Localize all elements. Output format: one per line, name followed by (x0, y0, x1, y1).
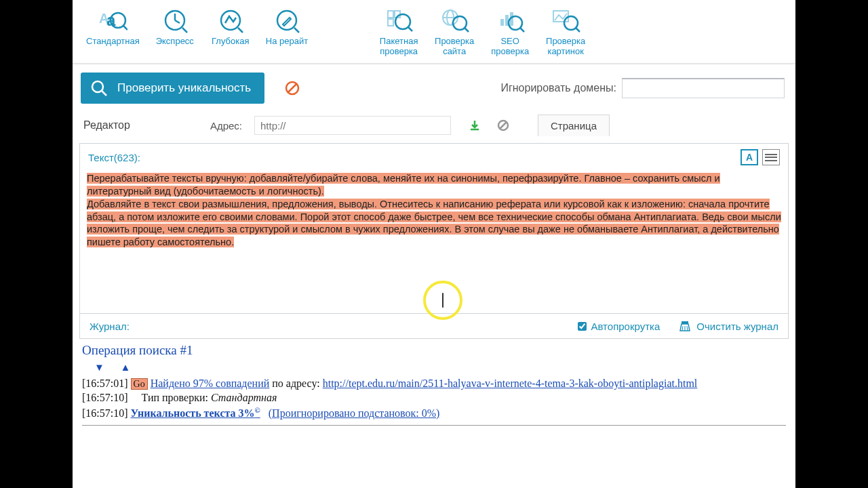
text-count-label: Текст(623): (88, 152, 140, 163)
editor-bar: Редактор Адрес: Страница (73, 110, 795, 143)
svg-line-26 (520, 28, 524, 32)
clock-mag-icon (160, 5, 190, 35)
check-uniqueness-button[interactable]: Проверить уникальность (81, 73, 264, 104)
highlighted-text: Добавляйте в текст свои размышления, пре… (87, 199, 781, 248)
text-panel-header: Текст(623): A (80, 144, 788, 171)
clear-journal-label: Очистить журнал (696, 321, 778, 332)
clear-journal-button[interactable]: Очистить журнал (679, 320, 778, 332)
tool-rewrite[interactable]: На рерайт (266, 5, 308, 63)
text-panel: Текст(623): A Перерабатывайте тексты вру… (79, 143, 789, 314)
log-panel: Операция поиска #1 ▼ ▲ [16:57:01] Go Най… (82, 343, 786, 426)
log-line: [16:57:10] Уникальность текста 3%© (Прои… (82, 406, 786, 420)
lines-tool-icon[interactable] (762, 149, 780, 165)
svg-rect-14 (388, 19, 393, 26)
highlighted-text: Перерабатывайте тексты вручную: добавляй… (87, 173, 720, 197)
svg-line-3 (123, 26, 127, 30)
seo-mag-icon (495, 5, 525, 35)
svg-line-6 (175, 20, 180, 23)
tool-express[interactable]: Экспресс (155, 5, 195, 63)
svg-line-29 (576, 28, 580, 32)
svg-line-16 (408, 27, 412, 31)
tool-label: Стандартная (86, 37, 140, 47)
pen-mag-icon (272, 5, 302, 35)
svg-rect-22 (500, 19, 504, 26)
app-window: Aa Стандартная Экспресс Глубокая На рера… (73, 0, 795, 488)
autoscroll-checkbox[interactable]: Автопрокрутка (578, 321, 660, 332)
uniqueness-link[interactable]: Уникальность текста 3%© (131, 407, 260, 419)
tool-label: Проверка сайта (435, 37, 474, 57)
tool-images[interactable]: Проверка картинок (545, 5, 586, 63)
log-line: [16:57:10] Тип проверки: Стандартная (82, 392, 786, 404)
log-timestamp: [16:57:10] (82, 392, 128, 403)
font-tool-icon[interactable]: A (741, 149, 758, 165)
sort-arrows-icon[interactable]: ▼ ▲ (82, 362, 786, 373)
autoscroll-label: Автопрокрутка (591, 321, 660, 332)
check-type-value: Стандартная (211, 392, 277, 403)
source-url-link[interactable]: http://tept.edu.ru/main/2511-halyava-v-i… (323, 378, 698, 389)
svg-line-7 (182, 28, 187, 33)
search-icon (90, 79, 108, 97)
go-badge[interactable]: Go (131, 378, 148, 390)
autoscroll-input[interactable] (578, 322, 587, 331)
action-bar: Проверить уникальность Игнорировать доме… (73, 64, 795, 110)
svg-line-33 (288, 84, 296, 92)
log-text: по адресу: (269, 378, 322, 389)
svg-point-30 (92, 81, 103, 92)
editor-label: Редактор (83, 119, 130, 131)
svg-line-40 (687, 326, 688, 331)
log-divider (82, 425, 786, 426)
block-icon[interactable] (497, 119, 509, 131)
ignore-domains-label: Игнорировать домены: (500, 82, 616, 94)
top-toolbar: Aa Стандартная Экспресс Глубокая На рера… (73, 0, 795, 64)
address-label: Адрес: (210, 120, 242, 131)
log-timestamp: [16:57:10] (82, 407, 128, 419)
tool-deep[interactable]: Глубокая (210, 5, 251, 63)
tool-label: Экспресс (156, 37, 194, 47)
svg-rect-12 (388, 11, 393, 18)
log-title: Операция поиска #1 (82, 343, 786, 358)
batch-mag-icon (384, 5, 414, 35)
svg-line-21 (465, 28, 469, 32)
match-link[interactable]: Найдено 97% совпадений (151, 378, 270, 389)
deep-mag-icon (216, 5, 245, 35)
svg-point-8 (221, 11, 240, 30)
svg-line-11 (294, 28, 299, 33)
globe-mag-icon (439, 5, 469, 35)
aa-mag-icon: Aa (98, 5, 127, 35)
broom-icon (679, 320, 691, 332)
cursor-indicator-icon (423, 281, 462, 320)
log-line: [16:57:01] Go Найдено 97% совпадений по … (82, 378, 786, 390)
check-label: Проверить уникальность (117, 81, 251, 95)
image-mag-icon (551, 5, 580, 35)
tool-site[interactable]: Проверка сайта (434, 5, 475, 63)
stop-icon[interactable] (285, 81, 300, 96)
address-input[interactable] (254, 116, 451, 135)
svg-line-31 (102, 91, 106, 96)
tool-label: Пакетная проверка (380, 37, 418, 57)
tab-page[interactable]: Страница (538, 115, 610, 136)
log-timestamp: [16:57:01] (82, 378, 128, 389)
svg-line-36 (500, 122, 507, 129)
tool-label: Глубокая (212, 37, 249, 47)
ignore-domains-input[interactable] (622, 78, 785, 98)
tool-label: На рерайт (266, 37, 308, 47)
svg-point-15 (395, 14, 410, 29)
tool-label: SEO проверка (491, 37, 529, 57)
svg-line-38 (682, 326, 683, 331)
journal-label: Журнал: (90, 321, 130, 332)
ignored-subs-link[interactable]: (Проигнорировано подстановок: 0%) (269, 407, 440, 419)
text-editor[interactable]: Перерабатывайте тексты вручную: добавляй… (80, 171, 788, 313)
tool-standard[interactable]: Aa Стандартная (86, 5, 140, 63)
svg-line-9 (238, 28, 243, 33)
tool-label: Проверка картинок (546, 37, 585, 57)
tool-batch[interactable]: Пакетная проверка (378, 5, 419, 63)
download-icon[interactable] (469, 119, 481, 131)
check-type-label: Тип проверки: (142, 392, 211, 403)
tool-seo[interactable]: SEO проверка (490, 5, 530, 63)
